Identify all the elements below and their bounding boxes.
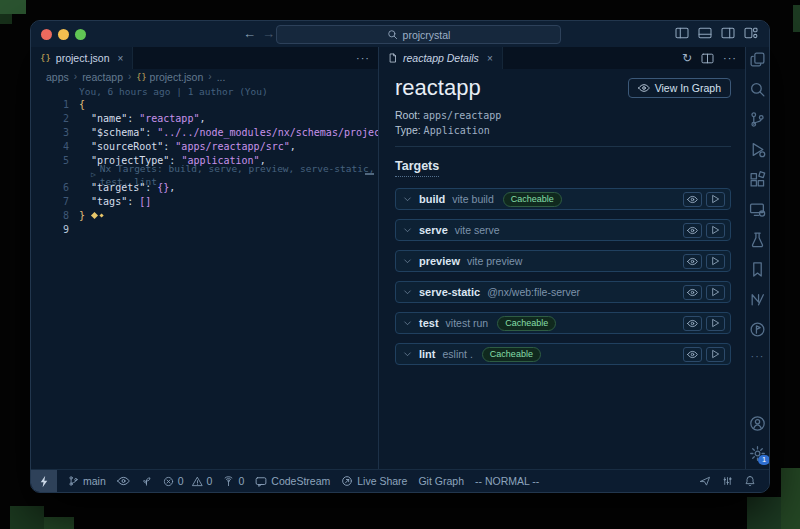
target-command: @nx/web:file-server	[487, 286, 580, 298]
minimize-window-button[interactable]	[58, 29, 69, 40]
codestream-activity-icon[interactable]	[749, 321, 766, 338]
run-target-icon-button[interactable]	[706, 254, 725, 269]
extensions-icon[interactable]	[749, 171, 766, 188]
ports-status[interactable]: 0	[223, 475, 244, 487]
breadcrumb-item[interactable]: apps	[46, 71, 69, 83]
navigate-back-button[interactable]: ←	[243, 26, 256, 42]
chevron-down-icon[interactable]	[403, 195, 412, 203]
code-line[interactable]: 8}	[31, 209, 378, 223]
breadcrumb-separator: ›	[208, 71, 211, 82]
view-target-icon-button[interactable]	[683, 316, 702, 331]
close-window-button[interactable]	[41, 29, 52, 40]
breadcrumb[interactable]: apps›reactapp›{}project.json›...	[31, 69, 378, 84]
code-line[interactable]: 9	[31, 223, 378, 237]
warnings-count: 0	[207, 475, 213, 487]
view-target-icon-button[interactable]	[683, 285, 702, 300]
chevron-down-icon[interactable]	[403, 319, 412, 327]
editor-group-left: {} project.json × ··· apps›reactapp›{}pr…	[31, 47, 379, 470]
target-row[interactable]: serve vite serve	[395, 219, 731, 241]
zoom-window-button[interactable]	[75, 29, 86, 40]
close-tab-icon[interactable]: ×	[487, 53, 493, 64]
bell-icon[interactable]	[744, 475, 756, 487]
tab-project-json[interactable]: {} project.json ×	[31, 47, 133, 69]
view-target-icon-button[interactable]	[683, 223, 702, 238]
code-token	[79, 141, 91, 152]
run-target-icon-button[interactable]	[706, 285, 725, 300]
gitlens-annotation: You, 6 hours ago | 1 author (You)	[31, 85, 378, 98]
navigate-forward-button[interactable]: →	[262, 26, 275, 42]
chevron-down-icon[interactable]	[403, 288, 412, 296]
codestream-icon	[255, 476, 267, 487]
code-line[interactable]: 7 "tags": []	[31, 195, 378, 209]
gitlens-toggle[interactable]	[117, 476, 130, 486]
breadcrumb-item[interactable]: {}project.json	[136, 71, 203, 83]
json-braces-icon: {}	[40, 53, 51, 63]
cacheable-badge: Cacheable	[497, 316, 556, 331]
toggle-panel-icon[interactable]	[698, 27, 712, 39]
run-debug-icon[interactable]	[749, 141, 766, 158]
source-control-icon[interactable]	[749, 111, 766, 128]
code-line[interactable]: 3 "$schema": "../../node_modules/nx/sche…	[31, 126, 378, 140]
view-target-icon-button[interactable]	[683, 347, 702, 362]
testing-beaker-icon[interactable]	[749, 231, 766, 248]
accounts-icon[interactable]	[749, 415, 766, 432]
explorer-icon[interactable]	[749, 51, 766, 68]
vim-mode-indicator[interactable]: -- NORMAL --	[475, 475, 539, 487]
chevron-down-icon[interactable]	[403, 257, 412, 265]
target-row[interactable]: lint eslint . Cacheable	[395, 343, 731, 365]
tab-reactapp-details[interactable]: reactapp Details ×	[379, 47, 503, 69]
line-number: 9	[31, 223, 79, 237]
nx-console-icon[interactable]	[749, 291, 766, 308]
wallpaper-fragment	[0, 0, 26, 14]
target-command: vite preview	[467, 255, 522, 267]
target-row[interactable]: test vitest run Cacheable	[395, 312, 731, 334]
chevron-down-icon[interactable]	[403, 226, 412, 234]
view-target-icon-button[interactable]	[683, 192, 702, 207]
code-line[interactable]: 2 "name": "reactapp",	[31, 112, 378, 126]
git-graph-status[interactable]: Git Graph	[418, 475, 464, 487]
editor-actions-more-icon[interactable]: ···	[723, 52, 737, 64]
editor-group-right: reactapp Details × ↻ ··· reactapp	[379, 47, 745, 470]
live-share-status[interactable]: Live Share	[341, 475, 407, 487]
run-target-icon-button[interactable]	[706, 347, 725, 362]
target-row[interactable]: serve-static @nx/web:file-server	[395, 281, 731, 303]
remote-indicator[interactable]	[31, 470, 57, 492]
nx-targets-codelens[interactable]: ▷Nx Targets: build, serve, preview, serv…	[31, 168, 378, 181]
customize-layout-icon[interactable]	[744, 27, 758, 39]
target-row[interactable]: build vite build Cacheable	[395, 188, 731, 210]
run-target-icon-button[interactable]	[706, 223, 725, 238]
editor-actions-more-icon[interactable]: ···	[356, 52, 370, 64]
branch-name: main	[83, 475, 106, 487]
view-target-icon-button[interactable]	[683, 254, 702, 269]
formatter-icon[interactable]	[722, 475, 733, 487]
close-tab-icon[interactable]: ×	[118, 53, 124, 64]
git-branch-status[interactable]: main	[68, 475, 106, 487]
codestream-status[interactable]: CodeStream	[255, 475, 330, 487]
search-icon[interactable]	[749, 81, 766, 98]
bookmarks-icon[interactable]	[749, 261, 766, 278]
toggle-primary-sidebar-icon[interactable]	[675, 27, 689, 39]
feedback-icon[interactable]	[699, 475, 711, 487]
problems-status[interactable]: 0 0	[163, 475, 213, 487]
target-row[interactable]: preview vite preview	[395, 250, 731, 272]
wallpaper-fragment	[793, 5, 800, 32]
run-target-icon-button[interactable]	[706, 316, 725, 331]
code-line[interactable]: 1{	[31, 98, 378, 112]
code-line[interactable]: 4 "sourceRoot": "apps/reactapp/src",	[31, 140, 378, 154]
refresh-icon[interactable]: ↻	[682, 51, 692, 65]
plant-icon[interactable]	[141, 475, 152, 487]
tab-label: reactapp Details	[403, 52, 479, 64]
split-editor-icon[interactable]	[701, 53, 714, 64]
code-token: :	[127, 113, 139, 124]
run-target-icon-button[interactable]	[706, 192, 725, 207]
additional-views-icon[interactable]: ···	[751, 351, 765, 361]
view-in-graph-button[interactable]: View In Graph	[628, 78, 731, 98]
settings-gear-icon[interactable]: 1	[749, 445, 766, 462]
breadcrumb-item[interactable]: reactapp	[82, 71, 123, 83]
toggle-secondary-sidebar-icon[interactable]	[721, 27, 735, 39]
remote-explorer-icon[interactable]	[749, 201, 766, 218]
command-center-search[interactable]: projcrystal	[276, 25, 561, 44]
code-token	[79, 182, 91, 193]
chevron-down-icon[interactable]	[403, 350, 412, 358]
breadcrumb-item[interactable]: ...	[217, 71, 226, 83]
